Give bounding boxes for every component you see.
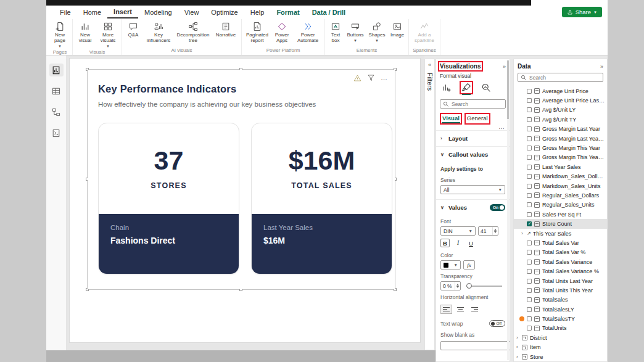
- analytics-button[interactable]: [481, 83, 491, 93]
- visualizations-search-input[interactable]: [450, 101, 503, 108]
- warning-icon[interactable]: [353, 74, 361, 82]
- ribbon-tab[interactable]: Insert: [107, 6, 138, 19]
- field-checkbox[interactable]: [527, 241, 532, 245]
- ribbon-tab[interactable]: Home: [77, 6, 107, 19]
- new-page-button[interactable]: New page ▼: [49, 20, 70, 48]
- text-wrap-toggle[interactable]: Off: [489, 320, 505, 327]
- image-button[interactable]: Image: [388, 20, 407, 38]
- paginated-report-button[interactable]: Paginated report: [244, 20, 271, 44]
- field-row[interactable]: › ↗ Gross Margin Last Year: [514, 125, 607, 134]
- field-checkbox[interactable]: [527, 279, 532, 284]
- scrollbar-thumb[interactable]: [507, 60, 509, 119]
- align-left-button[interactable]: [440, 305, 452, 314]
- collapse-pane-icon[interactable]: »: [600, 64, 603, 70]
- italic-button[interactable]: I: [453, 239, 463, 247]
- data-search[interactable]: [518, 73, 603, 82]
- align-right-button[interactable]: [469, 305, 481, 314]
- ribbon-tab[interactable]: View: [178, 6, 205, 19]
- kpi-card[interactable]: 37 STORES Chain Fashions Direct: [98, 123, 239, 274]
- field-checkbox[interactable]: [527, 193, 532, 198]
- build-visual-button[interactable]: [442, 83, 452, 93]
- new-visual-button[interactable]: New visual: [75, 20, 96, 44]
- color-dropdown[interactable]: ▼: [440, 260, 461, 269]
- field-row[interactable]: › ↗ Avg $/Unit LY: [514, 105, 607, 115]
- narrative-button[interactable]: Narrative: [212, 20, 239, 38]
- field-checkbox[interactable]: [527, 221, 532, 226]
- transparency-slider[interactable]: [466, 286, 502, 287]
- field-checkbox[interactable]: [527, 89, 532, 94]
- field-row[interactable]: › ↗ Markdown_Sales_Dollars: [514, 172, 607, 181]
- font-family-dropdown[interactable]: DIN ▼: [440, 226, 476, 236]
- decomposition-tree-button[interactable]: Decomposition tree: [175, 20, 212, 44]
- field-row[interactable]: › ↗ Total Sales Var %: [514, 248, 607, 257]
- field-row[interactable]: › ↗ Markdown_Sales_Units: [514, 181, 607, 191]
- field-row[interactable]: › ↗ Gross Margin This Year: [514, 143, 607, 152]
- bold-button[interactable]: B: [440, 239, 450, 247]
- report-view-button[interactable]: [49, 64, 64, 76]
- more-visuals-button[interactable]: More visuals ▼: [96, 20, 120, 48]
- field-checkbox[interactable]: [527, 98, 532, 103]
- ribbon-tab[interactable]: File: [54, 6, 77, 19]
- field-checkbox[interactable]: [527, 250, 532, 255]
- field-checkbox[interactable]: [527, 326, 532, 331]
- shapes-button[interactable]: Shapes ▼: [366, 20, 387, 43]
- key-influencers-button[interactable]: Key influencers: [143, 20, 174, 44]
- filters-pane-collapsed[interactable]: « Filters: [424, 59, 435, 350]
- power-apps-button[interactable]: Power Apps: [271, 20, 292, 44]
- qa-button[interactable]: Q&A: [124, 20, 142, 38]
- slider-thumb[interactable]: [466, 283, 472, 289]
- text-box-button[interactable]: Text box: [327, 20, 344, 44]
- field-checkbox[interactable]: [527, 155, 532, 160]
- stepper-arrows[interactable]: [455, 282, 460, 290]
- field-row[interactable]: › ↗ District: [514, 333, 607, 342]
- underline-button[interactable]: U: [466, 239, 476, 247]
- ribbon-tab[interactable]: Format: [270, 6, 305, 19]
- field-row[interactable]: › ↗ Average Unit Price Last Y...: [514, 96, 607, 105]
- values-toggle[interactable]: On: [490, 204, 505, 211]
- model-view-button[interactable]: [49, 105, 64, 118]
- show-blank-as-input[interactable]: [440, 341, 510, 350]
- field-row[interactable]: › ↗ TotalSalesLY: [514, 305, 607, 314]
- field-row[interactable]: › ↗ Average Unit Price: [514, 86, 607, 96]
- color-fx-button[interactable]: fx: [463, 260, 475, 269]
- field-row[interactable]: › ↗ TotalUnits: [514, 324, 607, 333]
- values-section-header[interactable]: ∨ Values On: [436, 200, 510, 215]
- field-row[interactable]: › ↗ TotalSalesTY: [514, 314, 607, 323]
- field-row[interactable]: › ↗ Regular_Sales_Units: [514, 200, 607, 210]
- table-view-button[interactable]: [49, 84, 64, 97]
- series-dropdown[interactable]: All ▼: [440, 185, 505, 194]
- kpi-card[interactable]: $16M TOTAL SALES Last Year Sales $16M: [251, 123, 392, 274]
- field-checkbox[interactable]: [527, 269, 532, 274]
- transparency-stepper[interactable]: 0 %: [440, 281, 461, 290]
- expander-chevron-icon[interactable]: ›: [516, 335, 522, 340]
- collapse-pane-icon[interactable]: »: [503, 64, 506, 70]
- field-checkbox[interactable]: [527, 117, 532, 122]
- format-pane-tab[interactable]: General: [466, 115, 489, 123]
- field-row[interactable]: › ↗ Gross Margin This Year %: [514, 153, 607, 162]
- field-row[interactable]: › ↗ Gross Margin Last Year %: [514, 134, 607, 143]
- data-search-input[interactable]: [528, 74, 600, 81]
- field-row[interactable]: › ↗ Total Units Last Year: [514, 276, 607, 286]
- field-row[interactable]: › ↗ Store: [514, 352, 607, 361]
- field-checkbox[interactable]: [527, 307, 532, 312]
- layout-section-header[interactable]: › Layout: [436, 131, 510, 146]
- field-checkbox[interactable]: [527, 107, 532, 112]
- field-row[interactable]: › ↗ Total Sales Variance: [514, 257, 607, 266]
- field-row[interactable]: › ↗ Total Sales Var: [514, 238, 607, 247]
- stepper-arrows[interactable]: [492, 227, 498, 235]
- expander-chevron-icon[interactable]: ›: [521, 316, 527, 321]
- scrollbar[interactable]: [507, 60, 509, 360]
- field-row[interactable]: › ↗ Sales Per Sq Ft: [514, 210, 607, 219]
- callout-values-section-header[interactable]: ∨ Callout values: [436, 147, 510, 162]
- align-center-button[interactable]: [455, 305, 466, 314]
- field-checkbox[interactable]: [527, 126, 532, 131]
- field-checkbox[interactable]: [527, 165, 532, 170]
- format-pane-tab[interactable]: Visual: [442, 115, 460, 123]
- field-row[interactable]: › ↗ Regular_Sales_Dollars: [514, 191, 607, 200]
- field-row[interactable]: › ↗ Total Sales Variance %: [514, 266, 607, 276]
- field-checkbox[interactable]: [527, 212, 532, 217]
- ribbon-tab[interactable]: Data / Drill: [306, 6, 352, 19]
- ribbon-tab[interactable]: Modeling: [138, 6, 178, 19]
- field-row[interactable]: › ↗ Store Count: [514, 219, 607, 228]
- more-options-icon[interactable]: …: [381, 75, 387, 81]
